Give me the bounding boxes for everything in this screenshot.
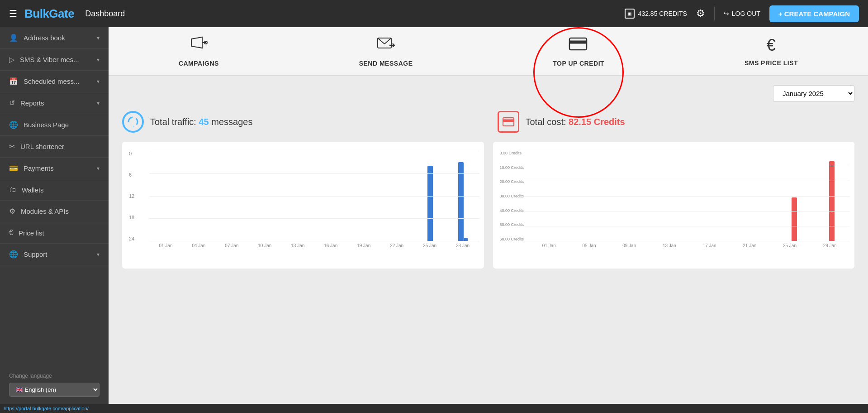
total-traffic-text: Total traffic: 45 messages (150, 117, 252, 127)
nav-divider (714, 7, 715, 20)
cost-icon (498, 111, 519, 133)
cost-x-label-09jan: 09 Jan (609, 243, 650, 248)
sidebar-label-scheduled: Scheduled mess... (24, 77, 79, 85)
x-label-01jan: 01 Jan (149, 243, 182, 248)
sidebar-item-payments[interactable]: 💳 Payments ▾ (0, 158, 109, 179)
nav-title: Dashboard (85, 9, 125, 19)
cost-x-label-29jan: 29 Jan (810, 243, 850, 248)
x-label-07jan: 07 Jan (215, 243, 248, 248)
settings-icon[interactable]: ⚙ (696, 8, 705, 19)
stats-row: Total traffic: 45 messages Total cost: (122, 111, 854, 133)
cost-value: 82.15 (569, 117, 591, 127)
dashboard: January 2025 December 2024 November 2024… (109, 76, 868, 413)
cost-chart: 60.00 Credits 50.00 Credits 40.00 Credit… (493, 142, 855, 269)
top-up-credit-icon (569, 35, 588, 55)
sidebar-item-modules-apis[interactable]: ⚙ Modules & APIs (0, 201, 109, 222)
logo: BulkGate (24, 7, 74, 21)
x-label-16jan: 16 Jan (314, 243, 347, 248)
cost-chart-area: 60.00 Credits 50.00 Credits 40.00 Credit… (498, 151, 850, 241)
chevron-down-icon: ▾ (97, 35, 100, 41)
sidebar-label-reports: Reports (20, 99, 44, 107)
traffic-unit: messages (211, 117, 252, 127)
sidebar-item-price-list[interactable]: € Price list (0, 222, 109, 244)
logout-button[interactable]: ↪ LOG OUT (724, 10, 760, 17)
sidebar-label-support: Support (24, 250, 47, 258)
topnav-right: ▣ 432.85 CREDITS ⚙ ↪ LOG OUT + CREATE CA… (625, 5, 859, 22)
sidebar-item-support[interactable]: 🌐 Support ▾ (0, 244, 109, 265)
status-url: https://portal.bulkgate.com/application/ (4, 406, 89, 411)
charts-row: 24 18 12 6 0 (122, 142, 854, 269)
create-campaign-button[interactable]: + CREATE CAMPAIGN (769, 5, 859, 22)
action-bar: CAMPAIGNS SEND MESSAGE (109, 27, 868, 76)
x-label-28jan: 28 Jan (446, 243, 479, 248)
cost-bars (520, 151, 850, 241)
action-campaigns[interactable]: CAMPAIGNS (161, 35, 237, 75)
send-message-label: SEND MESSAGE (359, 60, 413, 67)
traffic-bars (149, 151, 479, 241)
sidebar-label-price-list: Price list (19, 229, 44, 237)
cost-x-label-21jan: 21 Jan (730, 243, 770, 248)
svg-line-4 (384, 38, 391, 44)
traffic-y-axis: 24 18 12 6 0 (127, 151, 147, 241)
scheduled-icon: 📅 (9, 77, 18, 86)
chevron-down-icon: ▾ (97, 100, 100, 106)
bar-25jan-a (427, 166, 433, 241)
cost-bar-slot-8 (813, 161, 850, 241)
sidebar-label-sms-viber: SMS & Viber mes... (20, 56, 79, 63)
chevron-down-icon: ▾ (97, 78, 100, 85)
campaigns-label: CAMPAIGNS (179, 60, 219, 67)
sidebar-item-url-shortener[interactable]: ✂ URL shortener (0, 136, 109, 158)
top-nav: ☰ BulkGate Dashboard ▣ 432.85 CREDITS ⚙ … (0, 0, 868, 27)
status-bar: https://portal.bulkgate.com/application/ (0, 404, 868, 413)
action-send-message[interactable]: SEND MESSAGE (341, 35, 431, 75)
traffic-x-axis: 01 Jan 04 Jan 07 Jan 10 Jan 13 Jan 16 Ja… (127, 243, 479, 248)
bar-slot-10 (447, 162, 479, 241)
chevron-down-icon: ▾ (97, 165, 100, 172)
cost-x-axis: 01 Jan 05 Jan 09 Jan 13 Jan 17 Jan 21 Ja… (498, 243, 850, 248)
action-top-up-credit[interactable]: TOP UP CREDIT (535, 35, 622, 75)
logout-arrow-icon: ↪ (724, 10, 729, 17)
x-label-04jan: 04 Jan (182, 243, 215, 248)
main-content: CAMPAIGNS SEND MESSAGE (109, 27, 868, 413)
sidebar-label-payments: Payments (24, 164, 54, 172)
language-label: Change language (9, 373, 100, 379)
logout-label: LOG OUT (732, 10, 760, 17)
payments-icon: 💳 (9, 164, 18, 173)
svg-line-3 (378, 38, 384, 44)
sidebar-footer: Change language 🇬🇧 English (en) (0, 365, 109, 404)
cost-y-axis: 60.00 Credits 50.00 Credits 40.00 Credit… (498, 151, 529, 241)
price-list-icon: € (9, 229, 13, 237)
business-page-icon: 🌐 (9, 120, 18, 129)
total-traffic-block: Total traffic: 45 messages (122, 111, 479, 133)
logo-bulk: Bulk (24, 7, 49, 20)
cost-x-label-25jan: 25 Jan (770, 243, 810, 248)
bar-slot-9 (414, 166, 446, 241)
sidebar-item-address-book[interactable]: 👤 Address book ▾ (0, 27, 109, 49)
sidebar-item-wallets[interactable]: 🗂 Wallets (0, 179, 109, 201)
x-label-22jan: 22 Jan (380, 243, 413, 248)
action-sms-price-list[interactable]: € SMS PRICE LIST (726, 36, 816, 75)
traffic-label: Total traffic: (150, 117, 196, 127)
wallets-icon: 🗂 (9, 186, 16, 194)
traffic-chart-area: 24 18 12 6 0 (127, 151, 479, 241)
traffic-chart: 24 18 12 6 0 (122, 142, 484, 269)
sidebar-item-reports[interactable]: ↺ Reports ▾ (0, 92, 109, 114)
dashboard-header: January 2025 December 2024 November 2024 (122, 85, 854, 102)
sidebar-item-business-page[interactable]: 🌐 Business Page (0, 114, 109, 136)
month-selector[interactable]: January 2025 December 2024 November 2024 (773, 85, 854, 102)
sms-price-list-icon: € (767, 36, 776, 55)
credits-badge: ▣ 432.85 CREDITS (625, 9, 687, 19)
logo-gate: Gate (49, 7, 74, 20)
svg-rect-7 (569, 41, 587, 43)
bar-28jan-a (458, 162, 464, 241)
cost-bar-25jan (792, 197, 797, 241)
sidebar: 👤 Address book ▾ ▷ SMS & Viber mes... ▾ … (0, 27, 109, 413)
traffic-value: 45 (199, 117, 209, 127)
language-select[interactable]: 🇬🇧 English (en) (9, 383, 100, 397)
sidebar-item-scheduled[interactable]: 📅 Scheduled mess... ▾ (0, 71, 109, 92)
credits-amount: 432.85 CREDITS (638, 10, 687, 17)
sms-price-list-label: SMS PRICE LIST (745, 59, 798, 67)
hamburger-icon[interactable]: ☰ (9, 8, 17, 19)
sidebar-item-sms-viber[interactable]: ▷ SMS & Viber mes... ▾ (0, 49, 109, 71)
cost-x-label-13jan: 13 Jan (650, 243, 690, 248)
